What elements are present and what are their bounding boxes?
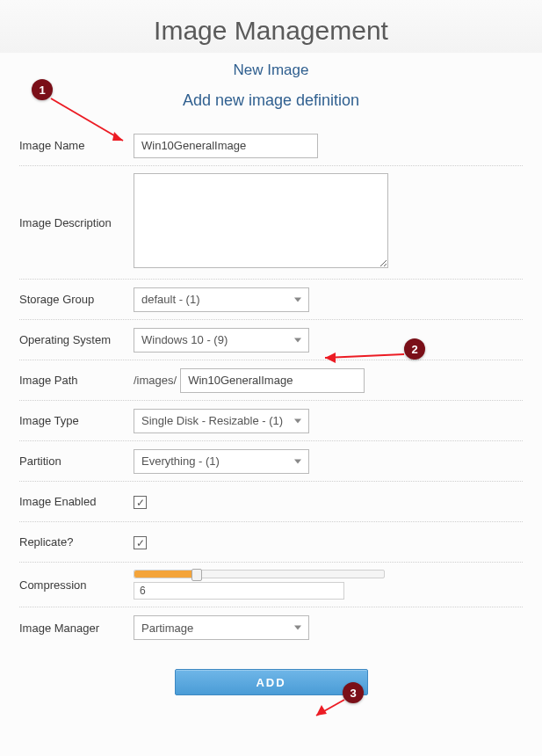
compression-slider-handle[interactable]: [192, 569, 202, 581]
chevron-down-icon: [294, 418, 301, 423]
chevron-down-icon: [294, 297, 301, 302]
svg-marker-5: [316, 705, 327, 716]
image-manager-select[interactable]: Partimage: [134, 615, 309, 640]
label-partition: Partition: [19, 454, 134, 468]
operating-system-value: Windows 10 - (9): [141, 333, 228, 346]
row-operating-system: Operating System Windows 10 - (9): [19, 320, 523, 360]
storage-group-value: default - (1): [141, 293, 199, 306]
chevron-down-icon: [294, 459, 301, 463]
chevron-down-icon: [294, 338, 301, 342]
storage-group-select[interactable]: default - (1): [134, 287, 309, 312]
row-image-path: Image Path /images/: [19, 360, 523, 401]
row-replicate: Replicate? ✓: [19, 522, 523, 563]
label-image-type: Image Type: [19, 414, 134, 427]
row-image-type: Image Type Single Disk - Resizable - (1): [19, 401, 523, 441]
label-image-name: Image Name: [19, 139, 134, 152]
image-form: Image Name Image Description Storage Gro…: [0, 126, 542, 704]
compression-slider-fill: [134, 571, 197, 578]
label-compression: Compression: [19, 578, 134, 592]
replicate-checkbox[interactable]: ✓: [134, 536, 147, 549]
subtitle-new-image: New Image: [0, 53, 542, 86]
image-description-textarea[interactable]: [134, 173, 388, 268]
subheading-add-definition: Add new image definition: [0, 86, 542, 126]
label-image-enabled: Image Enabled: [19, 495, 134, 508]
compression-value-input[interactable]: [134, 582, 344, 600]
page-title: Image Management: [0, 0, 542, 53]
image-path-input[interactable]: [180, 368, 365, 393]
label-image-path: Image Path: [19, 374, 134, 387]
image-path-prefix: /images/: [134, 374, 177, 387]
image-manager-value: Partimage: [141, 622, 193, 635]
partition-select[interactable]: Everything - (1): [134, 449, 309, 474]
label-replicate: Replicate?: [19, 535, 134, 549]
row-image-name: Image Name: [19, 126, 523, 166]
chevron-down-icon: [294, 626, 301, 630]
label-image-manager: Image Manager: [19, 622, 134, 635]
image-type-value: Single Disk - Resizable - (1): [141, 414, 283, 427]
image-type-select[interactable]: Single Disk - Resizable - (1): [134, 409, 309, 433]
row-partition: Partition Everything - (1): [19, 441, 523, 482]
operating-system-select[interactable]: Windows 10 - (9): [134, 328, 309, 353]
image-enabled-checkbox[interactable]: ✓: [134, 496, 147, 509]
row-storage-group: Storage Group default - (1): [19, 280, 523, 320]
label-image-description: Image Description: [19, 216, 134, 229]
image-name-input[interactable]: [134, 134, 318, 158]
label-storage-group: Storage Group: [19, 293, 134, 306]
row-image-manager: Image Manager Partimage: [19, 607, 523, 648]
compression-slider[interactable]: [134, 570, 385, 578]
row-image-description: Image Description: [19, 166, 523, 280]
row-compression: Compression: [19, 563, 523, 607]
row-image-enabled: Image Enabled ✓: [19, 482, 523, 522]
add-button[interactable]: Add: [175, 669, 368, 695]
partition-value: Everything - (1): [141, 454, 220, 468]
label-operating-system: Operating System: [19, 333, 134, 346]
